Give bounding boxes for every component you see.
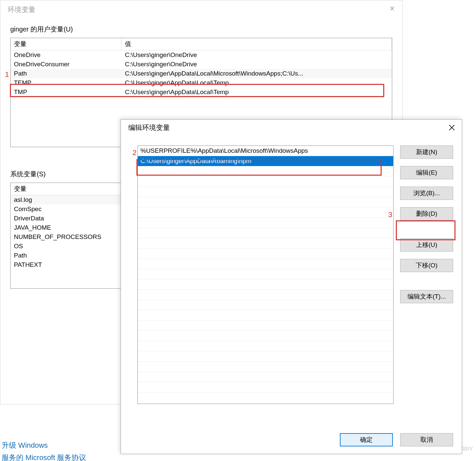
table-header: 变量 值 xyxy=(11,38,392,50)
list-item[interactable] xyxy=(138,177,393,187)
list-item[interactable]: C:\Users\ginger\AppData\Roaming\npm xyxy=(138,156,393,166)
list-item[interactable] xyxy=(138,382,393,392)
browse-button[interactable]: 浏览(B)... xyxy=(400,187,453,200)
list-item[interactable] xyxy=(138,228,393,238)
table-row[interactable]: OneDriveConsumer C:\Users\ginger\OneDriv… xyxy=(11,60,392,69)
list-item[interactable] xyxy=(138,290,393,300)
list-item[interactable] xyxy=(138,341,393,351)
list-item[interactable] xyxy=(138,249,393,259)
list-item[interactable] xyxy=(138,259,393,269)
table-row[interactable]: OneDrive C:\Users\ginger\OneDrive xyxy=(11,50,392,60)
list-item[interactable] xyxy=(138,320,393,331)
list-item[interactable] xyxy=(138,218,393,228)
list-item[interactable] xyxy=(138,207,393,218)
list-item[interactable] xyxy=(138,300,393,310)
list-item[interactable] xyxy=(138,372,393,382)
dialog-footer: 确定 取消 xyxy=(340,433,453,446)
delete-button[interactable]: 删除(D) xyxy=(400,207,453,220)
list-item[interactable] xyxy=(138,166,393,177)
header-name[interactable]: 变量 xyxy=(11,183,122,195)
button-column: 新建(N) 编辑(E) 浏览(B)... 删除(D) 上移(U) 下移(O) 编… xyxy=(400,145,453,404)
list-item[interactable] xyxy=(138,310,393,320)
title-bar: 编辑环境变量 xyxy=(121,120,462,136)
ms-service-link[interactable]: 服务的 Microsoft 服务协议 xyxy=(2,453,86,461)
upgrade-windows-link[interactable]: 升级 Windows xyxy=(2,440,48,450)
list-item[interactable] xyxy=(138,187,393,197)
edit-button[interactable]: 编辑(E) xyxy=(400,166,453,179)
table-row[interactable]: TEMP C:\Users\ginger\AppData\Local\Temp xyxy=(11,78,392,87)
ok-button[interactable]: 确定 xyxy=(340,433,393,446)
header-name[interactable]: 变量 xyxy=(11,38,122,50)
list-item[interactable] xyxy=(138,331,393,341)
list-item[interactable] xyxy=(138,279,393,290)
close-icon[interactable] xyxy=(442,120,462,136)
list-item[interactable] xyxy=(138,238,393,249)
new-button[interactable]: 新建(N) xyxy=(400,145,453,159)
move-up-button[interactable]: 上移(U) xyxy=(400,238,453,252)
close-icon[interactable]: × xyxy=(382,0,402,16)
list-item[interactable]: %USERPROFILE%\AppData\Local\Microsoft\Wi… xyxy=(138,146,393,156)
window-title: 环境变量 xyxy=(0,0,402,19)
list-item[interactable] xyxy=(138,362,393,372)
move-down-button[interactable]: 下移(O) xyxy=(400,259,453,272)
annotation-3: 3 xyxy=(388,210,392,219)
edit-text-button[interactable]: 编辑文本(T)... xyxy=(400,290,453,303)
table-row[interactable]: TMP C:\Users\ginger\AppData\Local\Temp xyxy=(11,87,392,97)
table-row[interactable]: Path C:\Users\ginger\AppData\Local\Micro… xyxy=(11,69,392,78)
annotation-2: 2 xyxy=(132,148,136,157)
edit-env-var-window: 编辑环境变量 %USERPROFILE%\AppData\Local\Micro… xyxy=(121,119,462,454)
list-item[interactable] xyxy=(138,351,393,362)
path-list[interactable]: %USERPROFILE%\AppData\Local\Microsoft\Wi… xyxy=(137,145,394,404)
annotation-1: 1 xyxy=(5,70,9,79)
list-item[interactable] xyxy=(138,269,393,279)
cancel-button[interactable]: 取消 xyxy=(400,433,453,446)
edit-window-title: 编辑环境变量 xyxy=(121,123,177,132)
header-value[interactable]: 值 xyxy=(122,38,392,50)
user-vars-label: ginger 的用户变量(U) xyxy=(10,25,392,34)
list-item[interactable] xyxy=(138,197,393,207)
